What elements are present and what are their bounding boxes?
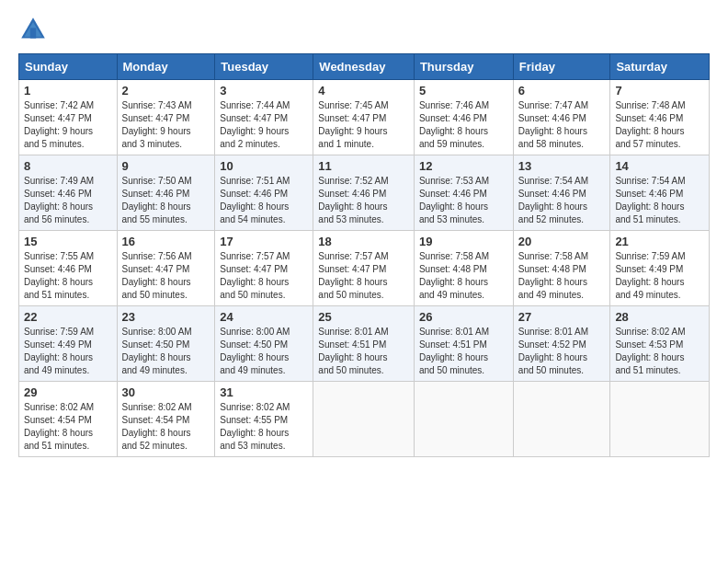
day-number: 21 xyxy=(615,235,704,248)
day-cell-10: 10Sunrise: 7:51 AMSunset: 4:46 PMDayligh… xyxy=(215,155,313,231)
week-row-5: 29Sunrise: 8:02 AMSunset: 4:54 PMDayligh… xyxy=(19,382,710,457)
day-number: 8 xyxy=(24,159,112,173)
day-info: Sunrise: 7:53 AMSunset: 4:46 PMDaylight:… xyxy=(419,175,508,226)
day-number: 22 xyxy=(24,310,112,324)
day-info: Sunrise: 7:59 AMSunset: 4:49 PMDaylight:… xyxy=(24,326,112,377)
day-cell-30: 30Sunrise: 8:02 AMSunset: 4:54 PMDayligh… xyxy=(117,382,215,457)
day-info: Sunrise: 8:01 AMSunset: 4:52 PMDaylight:… xyxy=(518,326,606,377)
day-info: Sunrise: 8:00 AMSunset: 4:50 PMDaylight:… xyxy=(122,326,210,377)
week-row-3: 15Sunrise: 7:55 AMSunset: 4:46 PMDayligh… xyxy=(19,231,710,306)
day-cell-5: 5Sunrise: 7:46 AMSunset: 4:46 PMDaylight… xyxy=(414,80,513,155)
day-cell-31: 31Sunrise: 8:02 AMSunset: 4:55 PMDayligh… xyxy=(215,382,313,457)
day-info: Sunrise: 7:51 AMSunset: 4:46 PMDaylight:… xyxy=(220,175,308,226)
day-cell-14: 14Sunrise: 7:54 AMSunset: 4:46 PMDayligh… xyxy=(610,155,710,231)
day-cell-6: 6Sunrise: 7:47 AMSunset: 4:46 PMDaylight… xyxy=(513,80,610,155)
day-cell-25: 25Sunrise: 8:01 AMSunset: 4:51 PMDayligh… xyxy=(313,306,415,382)
day-number: 4 xyxy=(318,84,409,98)
day-info: Sunrise: 7:58 AMSunset: 4:48 PMDaylight:… xyxy=(419,250,508,302)
day-info: Sunrise: 7:55 AMSunset: 4:46 PMDaylight:… xyxy=(24,250,112,302)
day-number: 12 xyxy=(419,159,508,173)
col-header-monday: Monday xyxy=(117,54,215,80)
day-info: Sunrise: 8:02 AMSunset: 4:53 PMDaylight:… xyxy=(615,326,704,377)
day-info: Sunrise: 7:47 AMSunset: 4:46 PMDaylight:… xyxy=(518,99,606,151)
day-cell-7: 7Sunrise: 7:48 AMSunset: 4:46 PMDaylight… xyxy=(610,80,710,155)
day-cell-3: 3Sunrise: 7:44 AMSunset: 4:47 PMDaylight… xyxy=(215,80,313,155)
day-number: 7 xyxy=(615,84,704,98)
day-info: Sunrise: 7:46 AMSunset: 4:46 PMDaylight:… xyxy=(419,99,508,151)
day-cell-13: 13Sunrise: 7:54 AMSunset: 4:46 PMDayligh… xyxy=(513,155,610,231)
col-header-wednesday: Wednesday xyxy=(313,54,415,80)
day-info: Sunrise: 7:54 AMSunset: 4:46 PMDaylight:… xyxy=(518,175,606,226)
day-info: Sunrise: 8:00 AMSunset: 4:50 PMDaylight:… xyxy=(220,326,308,377)
day-cell-29: 29Sunrise: 8:02 AMSunset: 4:54 PMDayligh… xyxy=(19,382,118,457)
logo-icon xyxy=(18,15,48,44)
col-header-tuesday: Tuesday xyxy=(215,54,313,80)
day-info: Sunrise: 7:52 AMSunset: 4:46 PMDaylight:… xyxy=(318,175,409,226)
empty-cell xyxy=(610,382,710,457)
day-cell-28: 28Sunrise: 8:02 AMSunset: 4:53 PMDayligh… xyxy=(610,306,710,382)
day-info: Sunrise: 8:02 AMSunset: 4:55 PMDaylight:… xyxy=(220,401,308,453)
day-cell-1: 1Sunrise: 7:42 AMSunset: 4:47 PMDaylight… xyxy=(19,80,118,155)
day-number: 18 xyxy=(318,235,409,248)
day-info: Sunrise: 7:42 AMSunset: 4:47 PMDaylight:… xyxy=(24,99,112,151)
day-number: 26 xyxy=(419,310,508,324)
day-cell-9: 9Sunrise: 7:50 AMSunset: 4:46 PMDaylight… xyxy=(117,155,215,231)
day-number: 6 xyxy=(518,84,606,98)
day-info: Sunrise: 8:01 AMSunset: 4:51 PMDaylight:… xyxy=(419,326,508,377)
day-info: Sunrise: 7:49 AMSunset: 4:46 PMDaylight:… xyxy=(24,175,112,226)
day-info: Sunrise: 7:45 AMSunset: 4:47 PMDaylight:… xyxy=(318,99,409,151)
day-cell-20: 20Sunrise: 7:58 AMSunset: 4:48 PMDayligh… xyxy=(513,231,610,306)
day-cell-26: 26Sunrise: 8:01 AMSunset: 4:51 PMDayligh… xyxy=(414,306,513,382)
day-number: 20 xyxy=(518,235,606,248)
day-cell-21: 21Sunrise: 7:59 AMSunset: 4:49 PMDayligh… xyxy=(610,231,710,306)
day-number: 25 xyxy=(318,310,409,324)
day-number: 14 xyxy=(615,159,704,173)
week-row-2: 8Sunrise: 7:49 AMSunset: 4:46 PMDaylight… xyxy=(19,155,710,231)
day-number: 1 xyxy=(24,84,112,98)
day-cell-27: 27Sunrise: 8:01 AMSunset: 4:52 PMDayligh… xyxy=(513,306,610,382)
day-info: Sunrise: 7:50 AMSunset: 4:46 PMDaylight:… xyxy=(122,175,210,226)
day-number: 19 xyxy=(419,235,508,248)
col-header-thursday: Thursday xyxy=(414,54,513,80)
empty-cell xyxy=(313,382,415,457)
day-info: Sunrise: 8:02 AMSunset: 4:54 PMDaylight:… xyxy=(122,401,210,453)
day-info: Sunrise: 7:56 AMSunset: 4:47 PMDaylight:… xyxy=(122,250,210,302)
header xyxy=(18,15,710,44)
day-number: 28 xyxy=(615,310,704,324)
day-number: 15 xyxy=(24,235,112,248)
day-cell-19: 19Sunrise: 7:58 AMSunset: 4:48 PMDayligh… xyxy=(414,231,513,306)
day-number: 3 xyxy=(220,84,308,98)
day-number: 11 xyxy=(318,159,409,173)
day-cell-12: 12Sunrise: 7:53 AMSunset: 4:46 PMDayligh… xyxy=(414,155,513,231)
day-number: 17 xyxy=(220,235,308,248)
day-info: Sunrise: 7:57 AMSunset: 4:47 PMDaylight:… xyxy=(220,250,308,302)
week-row-4: 22Sunrise: 7:59 AMSunset: 4:49 PMDayligh… xyxy=(19,306,710,382)
day-number: 23 xyxy=(122,310,210,324)
col-header-saturday: Saturday xyxy=(610,54,710,80)
day-info: Sunrise: 7:57 AMSunset: 4:47 PMDaylight:… xyxy=(318,250,409,302)
day-info: Sunrise: 7:58 AMSunset: 4:48 PMDaylight:… xyxy=(518,250,606,302)
page: SundayMondayTuesdayWednesdayThursdayFrid… xyxy=(0,0,728,472)
week-row-1: 1Sunrise: 7:42 AMSunset: 4:47 PMDaylight… xyxy=(19,80,710,155)
col-header-friday: Friday xyxy=(513,54,610,80)
day-number: 30 xyxy=(122,385,210,399)
svg-rect-2 xyxy=(30,28,36,38)
col-header-sunday: Sunday xyxy=(19,54,118,80)
day-info: Sunrise: 7:59 AMSunset: 4:49 PMDaylight:… xyxy=(615,250,704,302)
day-number: 27 xyxy=(518,310,606,324)
empty-cell xyxy=(513,382,610,457)
day-cell-17: 17Sunrise: 7:57 AMSunset: 4:47 PMDayligh… xyxy=(215,231,313,306)
day-info: Sunrise: 7:54 AMSunset: 4:46 PMDaylight:… xyxy=(615,175,704,226)
day-number: 9 xyxy=(122,159,210,173)
day-number: 29 xyxy=(24,385,112,399)
day-cell-23: 23Sunrise: 8:00 AMSunset: 4:50 PMDayligh… xyxy=(117,306,215,382)
day-number: 31 xyxy=(220,385,308,399)
day-info: Sunrise: 7:43 AMSunset: 4:47 PMDaylight:… xyxy=(122,99,210,151)
day-number: 5 xyxy=(419,84,508,98)
calendar: SundayMondayTuesdayWednesdayThursdayFrid… xyxy=(18,53,710,457)
day-cell-4: 4Sunrise: 7:45 AMSunset: 4:47 PMDaylight… xyxy=(313,80,415,155)
day-number: 13 xyxy=(518,159,606,173)
logo xyxy=(18,15,51,44)
day-info: Sunrise: 8:01 AMSunset: 4:51 PMDaylight:… xyxy=(318,326,409,377)
day-cell-16: 16Sunrise: 7:56 AMSunset: 4:47 PMDayligh… xyxy=(117,231,215,306)
